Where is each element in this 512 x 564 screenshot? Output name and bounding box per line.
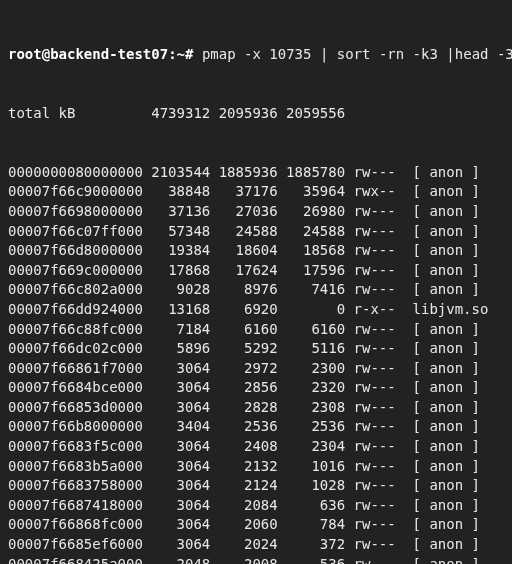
col-address: 00007f6698000000 bbox=[8, 202, 143, 222]
col-address: 0000000080000000 bbox=[8, 163, 143, 183]
col-mode: rw--- bbox=[345, 457, 404, 477]
col-dirty: 6160 bbox=[278, 320, 345, 340]
col-kbytes: 3064 bbox=[143, 476, 210, 496]
col-dirty: 372 bbox=[278, 535, 345, 555]
col-rss: 18604 bbox=[210, 241, 277, 261]
col-kbytes: 3064 bbox=[143, 437, 210, 457]
col-address: 00007f668425a000 bbox=[8, 555, 143, 564]
col-mapping: [ anon ] bbox=[404, 280, 480, 300]
total-label: total kB bbox=[8, 104, 143, 124]
col-kbytes: 3064 bbox=[143, 398, 210, 418]
col-mapping: [ anon ] bbox=[404, 222, 480, 242]
col-address: 00007f6687418000 bbox=[8, 496, 143, 516]
col-mode: rw--- bbox=[345, 280, 404, 300]
col-address: 00007f66dc02c000 bbox=[8, 339, 143, 359]
pmap-row: 00007f6683b5a000306421321016rw---[ anon … bbox=[8, 457, 504, 477]
col-address: 00007f66861f7000 bbox=[8, 359, 143, 379]
col-kbytes: 19384 bbox=[143, 241, 210, 261]
col-kbytes: 3404 bbox=[143, 417, 210, 437]
col-dirty: 2308 bbox=[278, 398, 345, 418]
col-mode: r-x-- bbox=[345, 300, 404, 320]
pmap-row: 00007f6685ef600030642024372rw---[ anon ] bbox=[8, 535, 504, 555]
col-rss: 2536 bbox=[210, 417, 277, 437]
col-dirty: 26980 bbox=[278, 202, 345, 222]
col-kbytes: 2048 bbox=[143, 555, 210, 564]
col-rss: 2828 bbox=[210, 398, 277, 418]
total-rss: 2095936 bbox=[210, 104, 277, 124]
col-dirty: 784 bbox=[278, 515, 345, 535]
prompt-cwd: ~ bbox=[177, 45, 185, 65]
col-rss: 2024 bbox=[210, 535, 277, 555]
col-address: 00007f66c07ff000 bbox=[8, 222, 143, 242]
pmap-row: 00007f669c000000178681762417596rw---[ an… bbox=[8, 261, 504, 281]
col-mode: rw--- bbox=[345, 555, 404, 564]
col-kbytes: 3064 bbox=[143, 378, 210, 398]
col-mapping: [ anon ] bbox=[404, 320, 480, 340]
pmap-row: 00007f66853d0000306428282308rw---[ anon … bbox=[8, 398, 504, 418]
col-dirty: 1028 bbox=[278, 476, 345, 496]
total-dirty: 2059556 bbox=[278, 104, 345, 124]
col-address: 00007f669c000000 bbox=[8, 261, 143, 281]
pmap-rows: 0000000080000000210354418859361885780rw-… bbox=[8, 163, 504, 564]
col-dirty: 7416 bbox=[278, 280, 345, 300]
col-dirty: 5116 bbox=[278, 339, 345, 359]
col-mapping: [ anon ] bbox=[404, 182, 480, 202]
col-mode: rw--- bbox=[345, 339, 404, 359]
col-mapping: libjvm.so bbox=[404, 300, 488, 320]
col-kbytes: 3064 bbox=[143, 535, 210, 555]
col-mapping: [ anon ] bbox=[404, 496, 480, 516]
col-dirty: 24588 bbox=[278, 222, 345, 242]
col-mapping: [ anon ] bbox=[404, 457, 480, 477]
col-kbytes: 3064 bbox=[143, 515, 210, 535]
pmap-row: 00007f6683f5c000306424082304rw---[ anon … bbox=[8, 437, 504, 457]
col-mode: rw--- bbox=[345, 535, 404, 555]
col-address: 00007f66b8000000 bbox=[8, 417, 143, 437]
pmap-row: 0000000080000000210354418859361885780rw-… bbox=[8, 163, 504, 183]
col-rss: 2972 bbox=[210, 359, 277, 379]
col-mapping: [ anon ] bbox=[404, 202, 480, 222]
col-mode: rw--- bbox=[345, 417, 404, 437]
col-kbytes: 17868 bbox=[143, 261, 210, 281]
col-dirty: 1885780 bbox=[278, 163, 345, 183]
col-dirty: 35964 bbox=[278, 182, 345, 202]
terminal[interactable]: root@backend-test07:~# pmap -x 10735 | s… bbox=[0, 0, 512, 564]
col-address: 00007f66c9000000 bbox=[8, 182, 143, 202]
col-mode: rw--- bbox=[345, 320, 404, 340]
col-address: 00007f6683758000 bbox=[8, 476, 143, 496]
pmap-row: 00007f6684bce000306428562320rw---[ anon … bbox=[8, 378, 504, 398]
col-dirty: 1016 bbox=[278, 457, 345, 477]
col-address: 00007f6685ef6000 bbox=[8, 535, 143, 555]
col-address: 00007f66868fc000 bbox=[8, 515, 143, 535]
col-kbytes: 37136 bbox=[143, 202, 210, 222]
prompt-user-host: root@backend-test07 bbox=[8, 45, 168, 65]
pmap-row: 00007f66c9000000388483717635964rwx--[ an… bbox=[8, 182, 504, 202]
col-mapping: [ anon ] bbox=[404, 437, 480, 457]
col-address: 00007f66c88fc000 bbox=[8, 320, 143, 340]
pmap-row: 00007f66861f7000306429722300rw---[ anon … bbox=[8, 359, 504, 379]
col-mode: rw--- bbox=[345, 496, 404, 516]
pmap-row: 00007f6698000000371362703626980rw---[ an… bbox=[8, 202, 504, 222]
pmap-row: 00007f66c88fc000718461606160rw---[ anon … bbox=[8, 320, 504, 340]
col-address: 00007f6683f5c000 bbox=[8, 437, 143, 457]
col-rss: 24588 bbox=[210, 222, 277, 242]
col-address: 00007f6684bce000 bbox=[8, 378, 143, 398]
col-rss: 6160 bbox=[210, 320, 277, 340]
col-dirty: 2536 bbox=[278, 417, 345, 437]
col-kbytes: 38848 bbox=[143, 182, 210, 202]
col-mapping: [ anon ] bbox=[404, 535, 480, 555]
prompt-line: root@backend-test07:~# pmap -x 10735 | s… bbox=[8, 45, 504, 65]
pmap-row: 00007f66b8000000340425362536rw---[ anon … bbox=[8, 417, 504, 437]
pmap-row: 00007f66868fc00030642060784rw---[ anon ] bbox=[8, 515, 504, 535]
col-kbytes: 13168 bbox=[143, 300, 210, 320]
col-mode: rw--- bbox=[345, 241, 404, 261]
col-rss: 2060 bbox=[210, 515, 277, 535]
col-rss: 37176 bbox=[210, 182, 277, 202]
prompt-sep: : bbox=[168, 45, 176, 65]
col-rss: 2856 bbox=[210, 378, 277, 398]
total-row: total kB473931220959362059556 bbox=[8, 104, 504, 124]
col-mode: rw--- bbox=[345, 261, 404, 281]
col-dirty: 2320 bbox=[278, 378, 345, 398]
col-dirty: 0 bbox=[278, 300, 345, 320]
col-rss: 5292 bbox=[210, 339, 277, 359]
total-kb: 4739312 bbox=[143, 104, 210, 124]
